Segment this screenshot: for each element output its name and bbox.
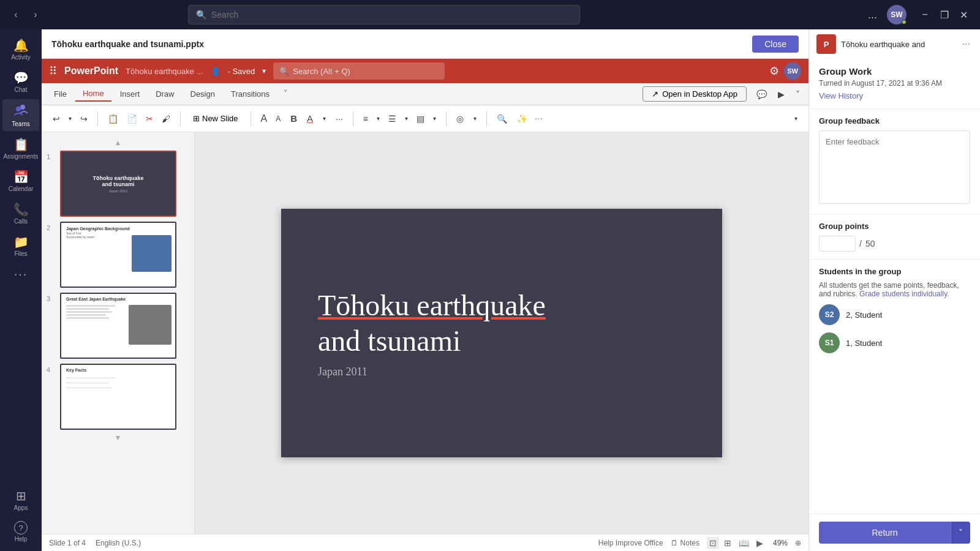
slide-image-1[interactable]: Tōhoku earthquakeand tsunami Japan 2011 [60, 151, 176, 217]
open-desktop-button[interactable]: ↗ Open in Desktop App [643, 86, 747, 102]
toolbar-more[interactable]: ··· [535, 113, 543, 124]
undo-dropdown[interactable]: ▾ [65, 113, 75, 124]
sidebar-item-calendar[interactable]: 📅 Calendar [2, 166, 39, 196]
slide-num-1: 1 [47, 151, 56, 160]
numbered-list-button[interactable]: ☰ [385, 111, 400, 126]
copy-button[interactable]: 📋 [104, 111, 122, 126]
find-button[interactable]: 🔍 [493, 111, 511, 126]
help-improve[interactable]: Help Improve Office [598, 539, 663, 547]
ppt-saved-dropdown[interactable]: ▾ [262, 67, 266, 75]
new-slide-button[interactable]: ⊞ New Slide [187, 111, 244, 126]
group-points-section: Group points / 50 [809, 214, 980, 260]
cut-button[interactable]: ✂ [142, 111, 157, 126]
window-controls: − ❐ ✕ [916, 6, 973, 23]
scroll-up-button[interactable]: ▲ [42, 137, 194, 148]
scroll-down-button[interactable]: ▼ [42, 432, 194, 443]
sidebar-item-activity[interactable]: 🔔 Activity [2, 34, 39, 64]
sidebar-item-assignments[interactable]: 📋 Assignments [2, 133, 39, 163]
paste-button[interactable]: 📄 [123, 111, 141, 126]
ppt-grid-icon[interactable]: ⠿ [49, 64, 57, 78]
more-icon: ··· [14, 267, 28, 281]
sidebar-item-chat[interactable]: 💬 Chat [2, 67, 39, 97]
slide-image-2[interactable]: Japan Geographic Background Sea of FireS… [60, 222, 176, 288]
slide-sorter-icon[interactable]: ⊞ [722, 537, 734, 549]
slide-thumbnails: ▲ 1 Tōhoku earthquakeand tsunami Japan 2… [42, 132, 195, 534]
sidebar-item-more[interactable]: ··· [2, 263, 39, 285]
format-painter[interactable]: 🖌 [158, 111, 174, 126]
magic-button[interactable]: ✨ [513, 111, 531, 126]
minimize-button[interactable]: − [916, 6, 933, 23]
normal-view-icon[interactable]: ⊡ [707, 537, 719, 549]
maximize-button[interactable]: ❐ [936, 6, 953, 23]
ppt-search-box[interactable]: 🔍 Search (Alt + Q) [273, 62, 445, 80]
shape-fill-button[interactable]: ◎ [453, 111, 467, 126]
students-label: Students in the group [819, 267, 970, 276]
student-name-s1: 1, Student [846, 339, 882, 348]
forward-button[interactable]: › [27, 6, 44, 23]
bold-button[interactable]: B [287, 111, 301, 126]
tab-file[interactable]: File [47, 87, 74, 101]
ppt-brand: PowerPoint [64, 66, 118, 77]
slide-thumb-3[interactable]: 3 Great East Japan Earthquake [42, 290, 194, 361]
numbered-dropdown[interactable]: ▾ [401, 113, 412, 124]
return-button[interactable]: Return [819, 522, 951, 544]
font-size-decrease[interactable]: A [272, 112, 284, 126]
feedback-textarea[interactable] [819, 130, 970, 204]
slide-main-title: Tōhoku earthquake and tsunami [281, 288, 722, 358]
font-color-button[interactable]: A [303, 111, 317, 126]
present-icon[interactable]: ▶ [774, 88, 788, 101]
ribbon-more-icon[interactable]: ˅ [792, 88, 804, 101]
sidebar-item-teams[interactable]: Teams [2, 99, 39, 131]
avatar[interactable]: SW [887, 5, 907, 24]
close-window-button[interactable]: ✕ [956, 6, 973, 23]
back-button[interactable]: ‹ [7, 6, 24, 23]
group-feedback-label: Group feedback [819, 116, 970, 126]
ppt-settings-icon[interactable]: ⚙ [769, 64, 779, 78]
sidebar-item-apps[interactable]: ⊞ Apps [2, 485, 39, 515]
tab-insert[interactable]: Insert [113, 87, 148, 101]
files-icon: 📁 [13, 234, 29, 249]
bullet-dropdown[interactable]: ▾ [373, 113, 383, 124]
comment-icon[interactable]: 💬 [753, 88, 771, 101]
tab-design[interactable]: Design [183, 87, 222, 101]
slide-image-4[interactable]: Key Facts [60, 364, 176, 430]
notes-button[interactable]: 🗒 Notes [671, 539, 699, 547]
redo-button[interactable]: ↪ [77, 111, 91, 126]
slide-thumb-1[interactable]: 1 Tōhoku earthquakeand tsunami Japan 201… [42, 148, 194, 219]
points-row: / 50 [819, 236, 970, 252]
search-input[interactable] [211, 10, 572, 20]
toolbar-chevron-down[interactable]: ▾ [791, 113, 801, 124]
more-options-toolbar[interactable]: ··· [332, 111, 347, 126]
align-button[interactable]: ▤ [413, 111, 428, 126]
sidebar-item-help[interactable]: ? Help [2, 517, 39, 546]
view-history-link[interactable]: View History [819, 91, 863, 100]
sidebar-item-calls[interactable]: 📞 Calls [2, 198, 39, 228]
tab-draw[interactable]: Draw [148, 87, 181, 101]
grade-individually-link[interactable]: Grade students individually. [859, 290, 949, 298]
toolbar-sep-6 [486, 111, 487, 126]
slide-image-3[interactable]: Great East Japan Earthquake [60, 293, 176, 359]
font-color-dropdown[interactable]: ▾ [319, 113, 330, 124]
zoom-icon[interactable]: ⊕ [795, 539, 801, 547]
font-size-increase[interactable]: A [257, 111, 271, 127]
search-bar[interactable]: 🔍 [188, 5, 580, 24]
right-panel-more-button[interactable]: ··· [960, 36, 973, 52]
slide-thumb-2[interactable]: 2 Japan Geographic Background Sea of Fir… [42, 219, 194, 290]
return-chevron-button[interactable]: ˅ [951, 522, 970, 544]
reading-view-icon[interactable]: 📖 [736, 537, 752, 549]
undo-button[interactable]: ↩ [49, 111, 64, 126]
slide-thumb-4[interactable]: 4 Key Facts [42, 361, 194, 432]
tab-transitions[interactable]: Transitions [224, 87, 277, 101]
sidebar-item-files[interactable]: 📁 Files [2, 231, 39, 261]
align-dropdown[interactable]: ▾ [429, 113, 440, 124]
points-input[interactable] [819, 236, 856, 252]
shape-dropdown[interactable]: ▾ [470, 113, 480, 124]
close-button[interactable]: Close [752, 36, 799, 53]
tab-home[interactable]: Home [75, 86, 111, 102]
more-tabs-icon[interactable]: ˅ [278, 86, 293, 102]
top-bar-right: ... SW − ❐ ✕ [863, 5, 973, 24]
slideshow-icon[interactable]: ▶ [754, 537, 766, 549]
bullet-list-button[interactable]: ≡ [360, 111, 372, 126]
ppt-avatar[interactable]: SW [784, 62, 801, 80]
more-options-button[interactable]: ... [863, 6, 882, 24]
